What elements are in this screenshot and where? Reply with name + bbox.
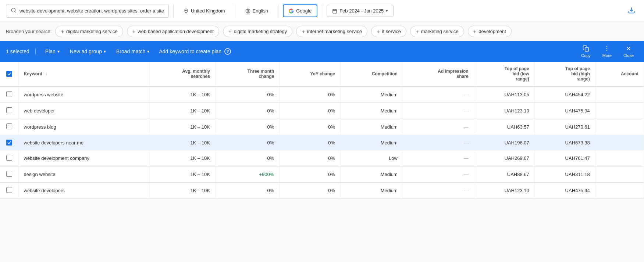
search-icon — [11, 7, 17, 14]
bid-high-cell: UAH454.22 — [534, 86, 595, 103]
selected-count-label: 1 selected — [6, 49, 36, 54]
plus-icon: + — [377, 28, 380, 35]
row-checkbox[interactable] — [6, 155, 12, 161]
row-checkbox-cell[interactable] — [0, 119, 18, 135]
row-checkbox[interactable] — [6, 171, 12, 177]
row-checkbox-cell[interactable] — [0, 183, 18, 199]
row-checkbox-cell[interactable] — [0, 103, 18, 119]
divider — [322, 4, 322, 18]
row-checkbox[interactable] — [6, 187, 12, 193]
competition-cell: Medium — [341, 135, 403, 150]
broaden-chip-0[interactable]: + digital marketing service — [55, 26, 123, 37]
platform-label: Google — [296, 8, 312, 14]
svg-point-11 — [606, 48, 607, 49]
ad-impression-share-header: Ad impressionshare — [403, 62, 474, 86]
table-row: website developers near me1K – 10K0%0%Me… — [0, 135, 644, 150]
ad-share-cell: — — [403, 86, 474, 103]
language-filter[interactable]: English — [240, 5, 274, 17]
searches-cell: 1K – 10K — [149, 183, 215, 199]
divider — [278, 4, 278, 18]
copy-button[interactable]: Copy — [577, 43, 595, 60]
bid-low-cell: UAH88.67 — [474, 166, 534, 183]
row-checkbox[interactable] — [6, 107, 12, 113]
bid-low-cell: UAH269.67 — [474, 150, 534, 166]
language-icon — [245, 8, 250, 14]
three-month-cell: 0% — [215, 183, 279, 199]
svg-point-2 — [186, 10, 187, 11]
three-month-cell: 0% — [215, 103, 279, 119]
ad-share-cell: — — [403, 135, 474, 150]
add-keyword-area: Add keyword to create plan ? — [159, 48, 231, 55]
keyword-column-header[interactable]: Keyword ↓ — [18, 62, 149, 86]
location-label: United Kingdom — [191, 8, 225, 14]
keywords-table: Keyword ↓ Avg. monthlysearches Three mon… — [0, 62, 644, 199]
broaden-chip-label-0: digital marketing service — [66, 29, 117, 34]
close-icon — [625, 45, 632, 52]
yoy-cell: 0% — [280, 119, 341, 135]
yoy-cell: 0% — [280, 135, 341, 150]
broaden-chip-label-3: internet marketing service — [307, 29, 362, 34]
divider — [173, 4, 174, 18]
keyword-cell: wordpress blog — [18, 119, 149, 135]
row-checkbox-cell[interactable] — [0, 86, 18, 103]
more-button[interactable]: More — [598, 43, 616, 60]
broaden-chip-label-6: development — [478, 29, 506, 34]
table-row: website development company1K – 10K0%0%L… — [0, 150, 644, 166]
svg-point-12 — [606, 50, 607, 51]
broaden-chip-1[interactable]: + web based application development — [127, 26, 219, 37]
plan-button[interactable]: Plan ▾ — [42, 46, 63, 57]
account-cell — [595, 183, 644, 199]
download-button[interactable] — [625, 4, 638, 18]
checkmark-icon — [7, 72, 11, 76]
broaden-chip-6[interactable]: + development — [468, 26, 512, 37]
three-month-cell: 0% — [215, 86, 279, 103]
ad-share-cell: — — [403, 166, 474, 183]
account-header: Account — [595, 62, 644, 86]
account-cell — [595, 119, 644, 135]
bid-low-cell: UAH123.10 — [474, 103, 534, 119]
broaden-chip-4[interactable]: + it service — [371, 26, 406, 37]
broaden-row: Broaden your search: + digital marketing… — [0, 22, 644, 41]
date-range-button[interactable]: Feb 2024 - Jan 2025 ▾ — [327, 5, 394, 17]
chevron-down-icon: ▾ — [147, 49, 149, 54]
row-checkbox[interactable] — [6, 123, 12, 129]
location-filter[interactable]: United Kingdom — [178, 5, 231, 17]
google-icon — [289, 8, 294, 14]
svg-point-10 — [606, 46, 607, 47]
broaden-chip-label-2: digital marketing strategy — [234, 29, 287, 34]
three-month-cell: 0% — [215, 119, 279, 135]
plus-icon: + — [302, 28, 305, 35]
row-checkbox-cell[interactable] — [0, 166, 18, 183]
platform-filter[interactable]: Google — [283, 4, 317, 17]
table-row: web developer1K – 10K0%0%Medium—UAH123.1… — [0, 103, 644, 119]
close-button[interactable]: Close — [619, 43, 638, 60]
broaden-chip-2[interactable]: + digital marketing strategy — [223, 26, 292, 37]
broaden-chip-5[interactable]: + marketing service — [410, 26, 464, 37]
more-icon — [604, 45, 610, 52]
row-checkbox[interactable] — [6, 91, 12, 97]
broad-match-button[interactable]: Broad match ▾ — [113, 46, 153, 57]
help-icon[interactable]: ? — [224, 48, 231, 55]
yoy-cell: 0% — [280, 86, 341, 103]
download-icon — [628, 7, 635, 14]
yoy-change-header: YoY change — [280, 62, 341, 86]
bid-high-cell: UAH673.38 — [534, 135, 595, 150]
select-all-checkbox[interactable] — [6, 71, 12, 77]
searches-cell: 1K – 10K — [149, 119, 215, 135]
search-box[interactable]: website development, website creation, w… — [6, 4, 169, 18]
row-checkbox-cell[interactable] — [0, 150, 18, 166]
competition-cell: Medium — [341, 103, 403, 119]
table-row: website developers1K – 10K0%0%Medium—UAH… — [0, 183, 644, 199]
ad-share-cell: — — [403, 150, 474, 166]
svg-rect-4 — [333, 9, 337, 13]
top-page-bid-low-header: Top of pagebid (lowrange) — [474, 62, 534, 86]
chevron-down-icon: ▾ — [57, 49, 60, 54]
copy-icon — [583, 45, 589, 52]
row-checkbox-cell[interactable] — [0, 135, 18, 150]
broaden-chip-3[interactable]: + internet marketing service — [296, 26, 367, 37]
plus-icon: + — [473, 28, 477, 35]
yoy-cell: 0% — [280, 103, 341, 119]
bid-high-cell: UAH475.94 — [534, 183, 595, 199]
row-checkbox[interactable] — [6, 140, 12, 146]
new-ad-group-button[interactable]: New ad group ▾ — [66, 46, 110, 57]
